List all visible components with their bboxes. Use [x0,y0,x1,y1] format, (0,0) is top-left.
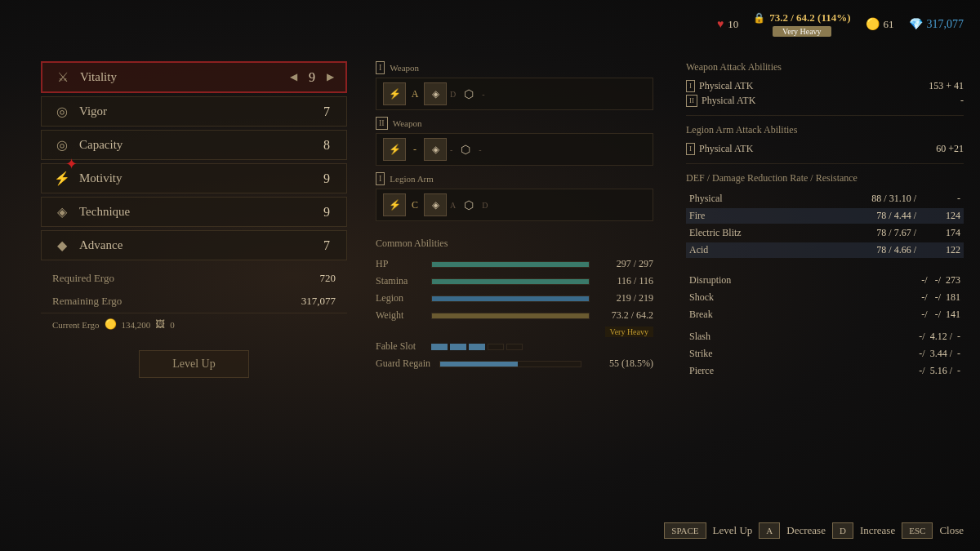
space-key[interactable]: SPACE [664,522,706,539]
resist-row-strike: Strike -/ 3.44 / - [686,346,964,362]
weapon2-row: ⚡ - ◈ - ⬡ - [376,133,653,166]
advance-label: Advance [79,238,122,252]
weapon-atk-val-2: - [960,95,964,107]
level-up-button[interactable]: Level Up [139,350,248,378]
stamina-value: 116 / 116 [596,275,653,287]
fable-slot-5 [506,344,523,350]
vigor-value: 7 [318,104,335,119]
ergo-value: 317,077 [927,18,964,31]
guard-label: Guard Regain [376,358,433,370]
guard-value: 55 (18.5%) [588,358,653,370]
def-row-physical: Physical 88 / 31.10 / - [686,191,964,207]
weight-label: Weight [376,309,425,322]
stat-item-motivity[interactable]: ⚡ Motivity 9 [41,163,347,193]
resist-label-shock: Shock [689,291,920,304]
hp-bar-fill [432,262,589,267]
decrease-action: Decrease [786,524,826,537]
red-mark: ✦ [65,155,78,173]
legion-attack-section: Legion Arm Attack Abilities I Physical A… [686,124,964,155]
esc-key[interactable]: ESC [902,522,933,539]
def-val-fire-2: 124 [920,210,960,222]
required-ergo-row: Required Ergo 720 [41,267,347,290]
advance-value: 7 [318,238,335,253]
resist-val-strike: -/ 3.44 / - [919,348,960,360]
resist-section: Disruption -/ -/ 273 Shock -/ -/ 181 Bre… [686,273,964,379]
weapon2-grade-left: - [409,144,421,156]
vitality-arrow-left[interactable]: ◀ [290,71,297,83]
d-key[interactable]: D [832,522,853,539]
resist-row-shock: Shock -/ -/ 181 [686,290,964,305]
weapon2-header: Weapon [393,118,422,128]
weapon2-icon: ⚡ [383,138,406,161]
legion-sep: A [450,201,456,210]
legion-icon: ⚡ [383,193,406,216]
technique-label: Technique [79,205,130,219]
vitality-arrow-right[interactable]: ▶ [327,71,334,83]
resist-row-break: Break -/ -/ 141 [686,307,964,322]
stamina-bar [431,278,590,285]
stat-item-vigor[interactable]: ◎ Vigor 7 [41,96,347,127]
ergo-img-icon: 🖼 [155,318,165,331]
stat-item-technique[interactable]: ◈ Technique 9 [41,197,347,227]
stat-item-vitality[interactable]: ⚔ Vitality ◀ 9 ▶ [41,61,347,93]
left-panel: ✦ ⚔ Vitality ◀ 9 ▶ ◎ Vigor 7 [41,61,347,378]
stamina-label: Stamina [376,275,425,287]
legion-header: Legion Arm [390,174,433,184]
vigor-label: Vigor [79,104,107,118]
ergo-icon: 💎 [909,17,923,31]
def-val-fire-1: 78 / 4.44 / [875,210,916,222]
legion-bar-fill [432,296,589,301]
current-ergo-val2: 0 [170,320,175,330]
resist-val-pierce: -/ 5.16 / - [919,365,960,377]
capacity-icon: ◎ [53,137,71,153]
common-abilities: Common Abilities HP 297 / 297 Stamina 11… [376,238,653,370]
weapon-atk-badge-1: I [686,80,695,92]
weight-icon: 🔒 [753,12,765,24]
legion-arm-section: I Legion Arm ⚡ C ◈ A ⬡ D [376,172,653,221]
resist-val-shock: -/ -/ 181 [920,291,960,304]
fable-slot-3 [469,344,485,350]
legion-value: 219 / 219 [596,292,653,304]
legion-atk-name-1: Physical ATK [699,143,753,155]
weapon-atk-name-2: Physical ATK [702,95,755,107]
a-key[interactable]: A [759,522,780,539]
legion-gem: ◈ [424,193,447,216]
weight-bar [431,313,590,319]
legion-atk-val-1: 60 +21 [936,143,964,155]
vitality-value: 9 [304,70,320,85]
stat-item-capacity[interactable]: ◎ Capacity 8 [41,130,347,160]
def-label-fire: Fire [689,210,875,222]
gold-value: 61 [884,18,894,31]
common-abilities-title: Common Abilities [376,238,653,250]
def-title: DEF / Damage Reduction Rate / Resistance [686,172,964,184]
weapon-atk-badge-2: II [686,95,697,107]
stat-item-advance[interactable]: ◆ Advance 7 [41,230,347,260]
resist-row-slash: Slash -/ 4.12 / - [686,329,964,344]
current-ergo-icons: Current Ergo 🟡 134,200 🖼 0 [52,318,175,331]
def-val-acid-1: 78 / 4.66 / [875,244,916,256]
close-action: Close [939,524,964,537]
current-ergo-label: Current Ergo [52,320,100,330]
guard-bar [439,361,581,367]
legion-label: Legion [376,292,425,304]
weapon1-gem2: ⬡ [459,84,479,104]
resist-val-break: -/ -/ 141 [920,309,960,321]
weight-ability-row: Weight 73.2 / 64.2 [376,309,653,322]
current-ergo-val1: 134,200 [122,320,151,330]
resist-val-disruption: -/ -/ 273 [920,274,960,287]
weapon1-row: ⚡ A ◈ D ⬡ - [376,78,653,110]
motivity-value: 9 [318,171,335,186]
right-panel: Weapon Attack Abilities I Physical ATK 1… [686,61,964,380]
weapon-section-2: II Weapon ⚡ - ◈ - ⬡ - [376,117,653,166]
currency-block: 🟡 61 [866,17,894,31]
def-label-electric: Electric Blitz [689,227,875,239]
def-val-electric-2: 174 [920,227,960,239]
fable-slots [431,344,653,350]
weapon2-dash: - [479,145,481,154]
weapon1-sep: D [450,90,456,99]
weapon-atk-name-1: Physical ATK [699,80,753,92]
hp-ability-row: HP 297 / 297 [376,258,653,270]
weapon2-gem2: ⬡ [456,140,475,159]
legion-ability-row: Legion 219 / 219 [376,292,653,304]
def-val-physical-1: 88 / 31.10 / [871,193,916,205]
